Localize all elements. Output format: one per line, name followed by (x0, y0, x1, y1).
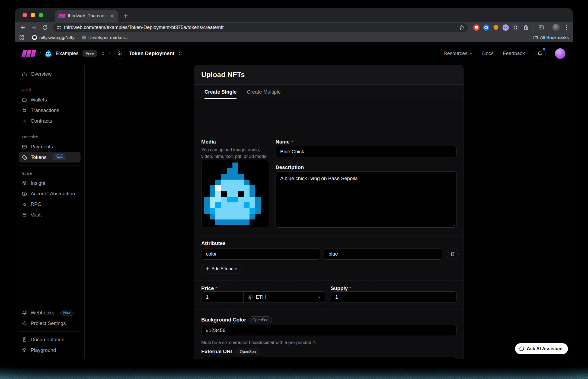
background-color-helper: Must be a six-character hexadecimal with… (201, 339, 445, 346)
bookmark-star-icon[interactable] (459, 25, 465, 30)
attribute-value-input[interactable] (324, 248, 442, 260)
bell-icon (22, 310, 27, 316)
currency-select[interactable]: ETH (244, 292, 325, 302)
sidebar-item-rpc[interactable]: RPC (19, 199, 81, 209)
browser-window: thirdweb: The complete web3 thirdweb.com… (15, 8, 573, 359)
phantom-icon[interactable] (503, 24, 509, 31)
sidebar-item-overview[interactable]: Overview (19, 69, 81, 79)
add-attribute-button[interactable]: Add Attribute (201, 264, 242, 273)
extension-blue-icon[interactable] (483, 24, 489, 31)
sidebar-item-transactions[interactable]: Transactions (19, 105, 81, 116)
attribute-trait-input[interactable] (201, 248, 320, 260)
team-name[interactable]: Examples (56, 50, 78, 56)
extension-dark-icon[interactable] (512, 24, 519, 31)
media-preview[interactable] (201, 160, 269, 227)
nav-feedback[interactable]: Feedback (503, 50, 525, 56)
extensions-puzzle-icon[interactable] (522, 23, 530, 32)
sidebar-item-label: Payments (31, 144, 53, 150)
sidebar-section-monetize: Monetize (19, 132, 81, 141)
thirdweb-logo[interactable] (22, 50, 36, 57)
app-header: / Examples Free / Token Deployment Reso (15, 42, 573, 65)
lock-icon (22, 212, 27, 218)
folder-icon (22, 191, 27, 196)
url-bar[interactable]: thirdweb.com/team/examples/Token-Deploym… (53, 23, 468, 32)
project-switcher-icon[interactable] (178, 51, 182, 56)
window-minimize-button[interactable] (31, 13, 35, 17)
nav-resources[interactable]: Resources (443, 50, 473, 56)
trash-icon (450, 251, 455, 256)
browser-tab[interactable]: thirdweb: The complete web3 (55, 10, 118, 22)
github-icon (32, 35, 37, 40)
extension-red-icon[interactable] (473, 24, 480, 31)
sidebar-item-tokens[interactable]: Tokens New (19, 152, 81, 163)
sidebar-item-account-abstraction[interactable]: Account Abstraction (19, 188, 81, 199)
transfer-arrows-icon (22, 108, 27, 113)
sidebar: Overview Build Wallets Transactions Cont… (15, 65, 85, 359)
insight-cube-icon (22, 180, 27, 186)
description-textarea[interactable]: A blue chick living on Base Sepolia (276, 171, 457, 228)
sidebar-item-payments[interactable]: Payments (19, 141, 81, 152)
new-tab-button[interactable] (121, 11, 130, 20)
sidebar-item-vault[interactable]: Vault (19, 209, 81, 220)
external-url-label: External URL OpenSea (201, 348, 259, 355)
sidebar-item-documentation[interactable]: Documentation (19, 334, 81, 345)
sidebar-divider (19, 82, 80, 82)
apps-grid-icon[interactable] (19, 35, 24, 40)
window-close-button[interactable] (23, 13, 27, 17)
opensea-badge: OpenSea (236, 348, 259, 355)
background-color-label: Background Color OpenSea (201, 316, 272, 323)
menu-kebab-icon[interactable] (563, 23, 570, 32)
desktop: { "browser": { "tab_title": "thirdweb: T… (0, 0, 588, 379)
browser-profile-avatar[interactable] (552, 24, 560, 31)
site-settings-icon[interactable] (56, 25, 61, 30)
delete-attribute-button[interactable] (447, 248, 459, 260)
user-avatar[interactable] (555, 48, 565, 59)
metamask-icon[interactable] (493, 24, 499, 31)
sidebar-item-label: Webhooks (31, 310, 54, 316)
notifications-button[interactable] (534, 48, 546, 59)
sidebar-item-contracts[interactable]: Contracts (19, 116, 81, 126)
section-divider (194, 237, 463, 237)
supply-input[interactable] (331, 291, 457, 303)
sidebar-item-project-settings[interactable]: Project Settings (19, 318, 81, 329)
team-avatar (45, 50, 52, 57)
window-zoom-button[interactable] (39, 13, 43, 17)
nft-image (204, 163, 267, 225)
chevron-down-icon (469, 52, 473, 55)
bookmark-developer-marketing[interactable]: Developer marketi... (82, 35, 129, 40)
all-bookmarks-button[interactable]: All Bookmarks (533, 35, 569, 40)
forward-icon[interactable] (29, 23, 39, 32)
tab-close-icon[interactable] (109, 13, 115, 19)
sidebar-item-label: Overview (31, 71, 52, 77)
background-color-input[interactable] (201, 325, 457, 336)
browser-toolbar: thirdweb.com/team/examples/Token-Deploym… (15, 22, 573, 33)
nav-docs[interactable]: Docs (482, 50, 494, 56)
sidebar-item-wallets[interactable]: Wallets (19, 94, 81, 105)
back-icon[interactable] (18, 23, 28, 32)
external-url-input[interactable] (201, 357, 457, 359)
description-label: Description (276, 164, 304, 170)
ask-ai-assistant-button[interactable]: Ask AI Assistant (515, 343, 568, 354)
bell-icon (537, 51, 542, 56)
sidebar-item-label: Tokens (31, 154, 47, 160)
sidebar-item-insight[interactable]: Insight (19, 178, 81, 188)
bookmark-niftyswap[interactable]: niftyswap.gg/Nifty... (32, 35, 78, 40)
sidebar-item-label: Playground (31, 347, 56, 353)
reload-icon[interactable] (40, 23, 50, 32)
resize-grip[interactable] (452, 223, 455, 226)
url-text[interactable]: thirdweb.com/team/examples/Token-Deploym… (64, 25, 456, 30)
tab-create-single[interactable]: Create Single (204, 85, 237, 99)
required-asterisk: * (349, 286, 351, 291)
team-switcher-icon[interactable] (101, 51, 105, 56)
form-body: Media You can upload image, audio, video… (194, 99, 463, 359)
sidebar-item-label: Project Settings (31, 320, 66, 326)
sidebar-item-playground[interactable]: Playground (19, 345, 81, 355)
name-input[interactable] (276, 146, 457, 157)
side-panel-icon[interactable] (537, 23, 545, 32)
sidebar-item-label: Insight (31, 180, 46, 186)
sidebar-item-webhooks[interactable]: Webhooks New (19, 307, 81, 318)
desktop-wallpaper (0, 367, 588, 379)
project-name[interactable]: Token Deployment (129, 50, 175, 56)
price-input[interactable]: 1 (202, 292, 244, 302)
tab-create-multiple[interactable]: Create Multiple (247, 85, 280, 99)
